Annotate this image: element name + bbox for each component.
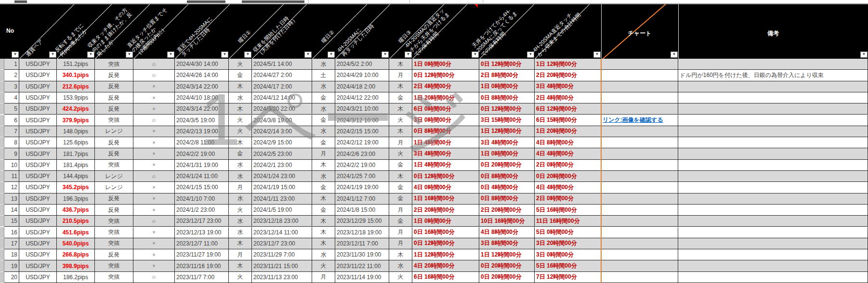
filter-button-no[interactable]: ▼ [12, 51, 19, 58]
cell-mark[interactable]: × [133, 103, 175, 115]
cell-chart[interactable] [601, 137, 678, 148]
cell-chart[interactable] [601, 182, 678, 193]
cell-d3[interactable]: 2024/1/19 19:00 [335, 182, 389, 193]
cell-dur2[interactable]: 0日 12時間00分 [479, 103, 535, 115]
cell-pips[interactable]: 181.4pips [57, 160, 95, 171]
cell-dur1[interactable]: 3日 0時間00分 [412, 115, 479, 126]
cell-dur2[interactable]: 1日 12時間00分 [479, 249, 535, 260]
cell-type[interactable]: 突抜 [95, 59, 133, 70]
cell-mark[interactable]: × [133, 92, 175, 103]
cell-type[interactable]: 突抜 [95, 216, 133, 227]
cell-remark[interactable]: ドル円が160円を付けた後、日銀の為替介入により収束 [678, 70, 868, 81]
cell-d1[interactable]: 2024/3/5 19:00 [175, 115, 229, 126]
cell-dur2[interactable]: 2日 20時間00分 [479, 205, 535, 216]
filter-button-w1[interactable]: ▼ [244, 51, 251, 58]
cell-w1[interactable]: 木 [229, 137, 252, 148]
cell-dur1[interactable]: 1日 4時間00分 [412, 160, 479, 171]
cell-dur3[interactable]: 3日 20時間00分 [535, 238, 601, 249]
filter-button-mark[interactable]: ▼ [167, 51, 174, 58]
cell-type[interactable]: レンジ [95, 171, 133, 182]
cell-d3[interactable]: 2023/12/11 7:00 [335, 238, 389, 249]
cell-chart[interactable] [601, 227, 678, 238]
cell-d3[interactable]: 2024/5/2 2:00 [335, 59, 389, 70]
chart-image-link[interactable]: リンク:画像を確認する [603, 116, 663, 124]
cell-pips[interactable]: 144.4pips [57, 171, 95, 182]
cell-remark[interactable] [678, 126, 868, 137]
cell-mark[interactable]: × [133, 227, 175, 238]
cell-d1[interactable]: 2024/4/30 14:00 [175, 59, 229, 70]
cell-dur1[interactable]: 2日 20時間00分 [412, 205, 479, 216]
cell-d1[interactable]: 2023/12/13 19:00 [175, 227, 229, 238]
cell-dur2[interactable]: 1日 0時間00分 [479, 148, 535, 159]
cell-remark[interactable] [678, 272, 868, 283]
cell-remark[interactable] [678, 160, 868, 171]
cell-dur1[interactable]: 1日 12時間00分 [412, 249, 479, 260]
cell-no[interactable]: 8 [4, 137, 19, 148]
cell-mark[interactable]: × [133, 249, 175, 260]
cell-w2[interactable]: 水 [312, 126, 335, 137]
cell-w3[interactable]: 木 [389, 171, 412, 182]
cell-remark[interactable] [678, 137, 868, 148]
filter-button-w3[interactable]: ▼ [405, 51, 412, 58]
cell-d1[interactable]: 2023/12/17 23:00 [175, 216, 229, 227]
cell-dur2[interactable]: 3日 15時間00分 [479, 115, 535, 126]
cell-d1[interactable]: 2024/1/10 7:00 [175, 193, 229, 205]
cell-dur1[interactable]: 4日 20時間00分 [412, 260, 479, 271]
cell-pips[interactable]: 186.2pips [57, 272, 95, 283]
cell-remark[interactable] [678, 81, 868, 92]
cell-w2[interactable]: 水 [312, 103, 335, 115]
cell-pips[interactable]: 148.0pips [57, 126, 95, 137]
cell-pair[interactable]: USD/JPY [19, 92, 57, 103]
cell-w1[interactable]: 水 [229, 160, 252, 171]
cell-d2[interactable]: 2023/11/13 23:00 [252, 272, 312, 283]
cell-pips[interactable]: 196.3pips [57, 193, 95, 205]
cell-mark[interactable]: ○ [133, 171, 175, 182]
cell-pair[interactable]: USD/JPY [19, 227, 57, 238]
cell-no[interactable]: 10 [4, 160, 19, 171]
cell-w2[interactable]: 木 [312, 160, 335, 171]
cell-no[interactable]: 7 [4, 126, 19, 137]
cell-pips[interactable]: 153.9pips [57, 92, 95, 103]
cell-dur1[interactable]: 6日 0時間00分 [412, 103, 479, 115]
cell-w2[interactable]: 水 [312, 59, 335, 70]
cell-d2[interactable]: 2024/1/5 19:00 [252, 205, 312, 216]
cell-w3[interactable]: 月 [389, 238, 412, 249]
cell-d2[interactable]: 2024/2/9 15:00 [252, 137, 312, 148]
cell-pips[interactable]: 212.6pips [57, 81, 95, 92]
cell-w2[interactable]: 金 [312, 137, 335, 148]
cell-d3[interactable]: 2024/1/12 7:00 [335, 193, 389, 205]
cell-pips[interactable]: 379.9pips [57, 115, 95, 126]
cell-mark[interactable]: ○ [133, 272, 175, 283]
cell-no[interactable]: 9 [4, 148, 19, 159]
cell-d2[interactable]: 2024/2/1 23:00 [252, 160, 312, 171]
cell-d1[interactable]: 2024/4/10 18:00 [175, 92, 229, 103]
cell-dur2[interactable]: 10日 16時間00分 [479, 216, 535, 227]
cell-d1[interactable]: 2024/1/2 23:00 [175, 205, 229, 216]
cell-dur2[interactable]: 2日 8時間00分 [479, 70, 535, 81]
cell-d3[interactable]: 2024/1/25 7:00 [335, 171, 389, 182]
cell-pair[interactable]: USD/JPY [19, 171, 57, 182]
cell-w3[interactable]: 月 [389, 137, 412, 148]
cell-pair[interactable]: USD/JPY [19, 193, 57, 205]
cell-dur2[interactable]: 1日 0時間00分 [479, 81, 535, 92]
cell-w2[interactable]: 金 [312, 182, 335, 193]
cell-d3[interactable]: 2024/4/12 22:00 [335, 92, 389, 103]
cell-type[interactable]: 突抜 [95, 260, 133, 271]
cell-no[interactable]: 12 [4, 182, 19, 193]
cell-no[interactable]: 5 [4, 103, 19, 115]
cell-no[interactable]: 14 [4, 205, 19, 216]
cell-dur3[interactable]: 3日 0時間00分 [535, 249, 601, 260]
cell-pips[interactable]: 436.7pips [57, 205, 95, 216]
cell-d2[interactable]: 2024/2/5 23:00 [252, 148, 312, 159]
cell-w2[interactable]: 金 [312, 92, 335, 103]
cell-pips[interactable]: 340.1pips [57, 70, 95, 81]
cell-w3[interactable]: 木 [389, 81, 412, 92]
cell-type[interactable]: 突抜 [95, 238, 133, 249]
cell-dur3[interactable]: 4日 4時間00分 [535, 182, 601, 193]
cell-w1[interactable]: 木 [229, 260, 252, 271]
cell-pair[interactable]: USD/JPY [19, 103, 57, 115]
cell-dur3[interactable]: 6日 12時間00分 [535, 103, 601, 115]
cell-w1[interactable]: 木 [229, 103, 252, 115]
cell-mark[interactable]: × [133, 205, 175, 216]
cell-dur3[interactable]: 5日 16時間00分 [535, 205, 601, 216]
